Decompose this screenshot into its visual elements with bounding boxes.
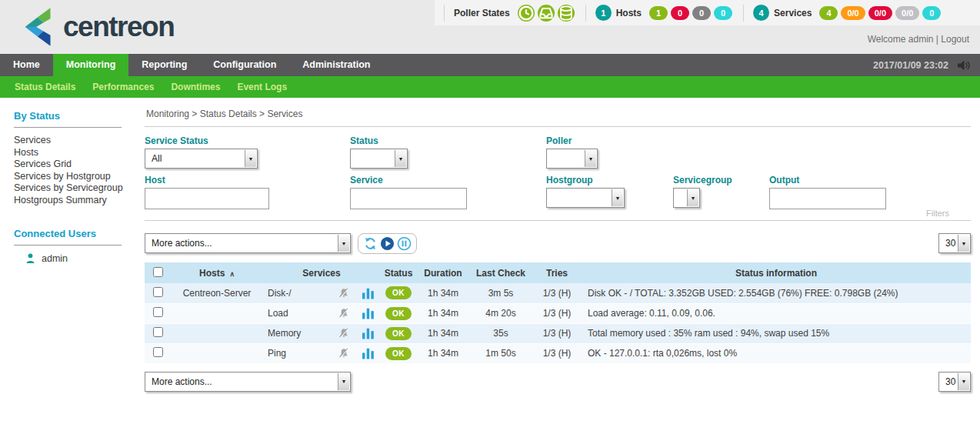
- hosts-up-badge[interactable]: 1: [649, 6, 668, 20]
- database-icon: [558, 5, 575, 22]
- service-cell[interactable]: Memory: [263, 323, 331, 343]
- host-cell[interactable]: Centreon-Server: [171, 283, 263, 303]
- sidebar-item-services-grid[interactable]: Services Grid: [14, 159, 145, 171]
- column-header-status-information[interactable]: Status information: [582, 262, 971, 283]
- status-badge[interactable]: OK: [385, 286, 412, 299]
- nav-item-monitoring[interactable]: Monitoring: [53, 54, 129, 76]
- hosts-pending-badge[interactable]: 0: [714, 6, 732, 20]
- hosts-unreachable-badge[interactable]: 0: [692, 6, 711, 20]
- bell-muted-icon: [338, 327, 350, 339]
- services-critical-badge[interactable]: 0/0: [868, 6, 892, 20]
- bar-chart-icon[interactable]: [362, 287, 375, 299]
- row-checkbox[interactable]: [153, 347, 163, 357]
- poller-select[interactable]: ▼: [546, 149, 598, 169]
- tries-cell: 1/3 (H): [532, 343, 582, 363]
- hostgroup-select[interactable]: ▼: [546, 188, 625, 208]
- centreon-logo-icon: [14, 6, 55, 48]
- service-input[interactable]: [350, 188, 467, 209]
- subnav-item-downtimes[interactable]: Downtimes: [162, 76, 228, 98]
- subnav-item-status-details[interactable]: Status Details: [6, 76, 84, 98]
- sort-asc-icon: ∧: [229, 270, 235, 278]
- clock-display: 2017/01/09 23:02: [873, 60, 948, 71]
- subnav-item-event-logs[interactable]: Event Logs: [228, 76, 295, 98]
- column-header-duration[interactable]: Duration: [417, 262, 469, 283]
- page-size-select-bottom[interactable]: 30 ▼: [938, 372, 971, 392]
- service-status-label: Service Status: [145, 135, 208, 146]
- column-header-last-check[interactable]: Last Check: [469, 262, 532, 283]
- services-total-badge[interactable]: 4: [753, 5, 769, 21]
- chevron-down-icon: ▼: [338, 235, 349, 252]
- column-header-services[interactable]: Services: [263, 262, 380, 283]
- bar-chart-icon[interactable]: [362, 307, 375, 319]
- sidebar-section-by-status: By Status: [14, 110, 145, 122]
- nav-item-home[interactable]: Home: [0, 54, 53, 76]
- pause-icon[interactable]: [397, 236, 412, 251]
- hostgroup-label: Hostgroup: [546, 175, 593, 185]
- refresh-button-group: [358, 233, 417, 254]
- status-label: Status: [350, 135, 378, 146]
- divider: [585, 5, 586, 22]
- row-checkbox[interactable]: [153, 287, 163, 297]
- services-pending-badge[interactable]: 0: [922, 6, 941, 20]
- service-cell[interactable]: Ping: [263, 343, 331, 363]
- sidebar-item-services[interactable]: Services: [14, 135, 145, 147]
- centreon-logo[interactable]: centreon: [14, 6, 174, 48]
- status-select[interactable]: ▼: [350, 149, 408, 169]
- sidebar-item-services-by-hostgroup[interactable]: Services by Hostgroup: [14, 171, 145, 183]
- output-input[interactable]: [769, 188, 886, 209]
- filters-toggle[interactable]: Filters: [926, 209, 949, 218]
- host-input[interactable]: [145, 188, 269, 209]
- sidebar-item-services-by-servicegroup[interactable]: Services by Servicegroup: [14, 182, 145, 195]
- logo-wordmark: centreon: [63, 11, 174, 43]
- sidebar-item-hostgroups-summary[interactable]: Hostgroups Summary: [14, 195, 145, 207]
- column-header-status[interactable]: Status: [380, 262, 417, 283]
- sidebar-item-hosts[interactable]: Hosts: [14, 147, 145, 159]
- services-unknown-badge[interactable]: 0/0: [895, 6, 919, 20]
- services-ok-badge[interactable]: 4: [819, 6, 838, 20]
- breadcrumb[interactable]: Monitoring > Status Details > Services: [146, 109, 971, 119]
- servicegroup-select[interactable]: ▼: [673, 188, 700, 208]
- select-all-checkbox[interactable]: [153, 267, 163, 277]
- more-actions-select-bottom[interactable]: More actions... ▼: [145, 372, 351, 392]
- more-actions-select-top[interactable]: More actions... ▼: [145, 233, 351, 253]
- chevron-down-icon: ▼: [958, 235, 969, 252]
- last-check-cell: 4m 20s: [469, 303, 532, 323]
- subnav-item-performances[interactable]: Performances: [84, 76, 162, 98]
- nav-item-configuration[interactable]: Configuration: [200, 54, 289, 76]
- chevron-down-icon: ▼: [585, 150, 596, 167]
- connected-user-admin[interactable]: admin: [14, 252, 145, 264]
- clock-icon: [518, 5, 535, 22]
- chevron-down-icon: ▼: [395, 150, 406, 167]
- status-information-cell: Load average: 0.11, 0.09, 0.06.: [582, 303, 971, 323]
- hosts-total-badge[interactable]: 1: [595, 5, 612, 21]
- page-size-select-top[interactable]: 30 ▼: [938, 233, 971, 253]
- hosts-label: Hosts: [616, 8, 642, 18]
- poller-activity-button[interactable]: [538, 5, 555, 22]
- service-status-select[interactable]: All ▼: [145, 149, 258, 169]
- row-checkbox[interactable]: [153, 307, 163, 317]
- logout-link[interactable]: Logout: [941, 34, 969, 45]
- nav-item-reporting[interactable]: Reporting: [128, 54, 200, 76]
- services-warning-badge[interactable]: 0/0: [841, 6, 865, 20]
- tries-cell: 1/3 (H): [532, 303, 582, 323]
- poller-database-button[interactable]: [558, 5, 575, 22]
- column-header-hosts[interactable]: Hosts∧: [171, 262, 263, 283]
- row-checkbox[interactable]: [153, 327, 163, 337]
- poller-latency-button[interactable]: [518, 5, 535, 22]
- status-badge[interactable]: OK: [385, 307, 412, 320]
- column-header-tries[interactable]: Tries: [532, 262, 582, 283]
- last-check-cell: 1m 50s: [469, 343, 532, 363]
- refresh-icon[interactable]: [363, 236, 378, 251]
- nav-item-administration[interactable]: Administration: [289, 54, 383, 76]
- bar-chart-icon[interactable]: [362, 327, 375, 339]
- status-badge[interactable]: OK: [385, 327, 412, 340]
- play-icon[interactable]: [380, 236, 395, 251]
- speaker-icon[interactable]: [958, 60, 971, 71]
- bar-chart-icon[interactable]: [362, 347, 375, 359]
- divider: [743, 5, 744, 22]
- hosts-down-badge[interactable]: 0: [671, 6, 689, 20]
- service-cell[interactable]: Load: [263, 303, 331, 323]
- status-badge[interactable]: OK: [385, 347, 412, 360]
- servicegroup-label: Servicegroup: [673, 175, 732, 185]
- service-cell[interactable]: Disk-/: [263, 283, 331, 303]
